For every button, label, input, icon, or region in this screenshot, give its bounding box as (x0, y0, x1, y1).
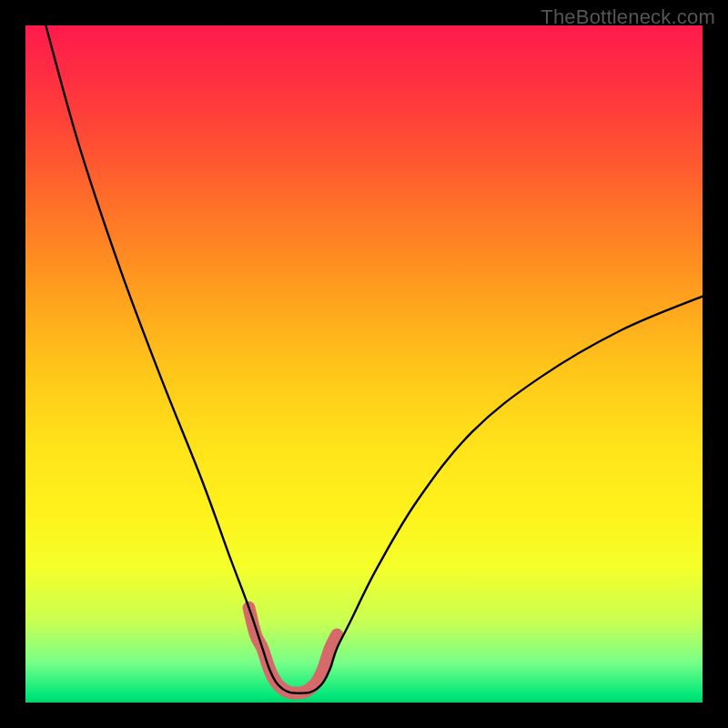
curve-path (46, 25, 703, 693)
plot-area (25, 25, 703, 703)
chart-frame: TheBottleneck.com (0, 0, 728, 728)
watermark-text: TheBottleneck.com (541, 5, 715, 29)
chart-svg (25, 25, 703, 703)
